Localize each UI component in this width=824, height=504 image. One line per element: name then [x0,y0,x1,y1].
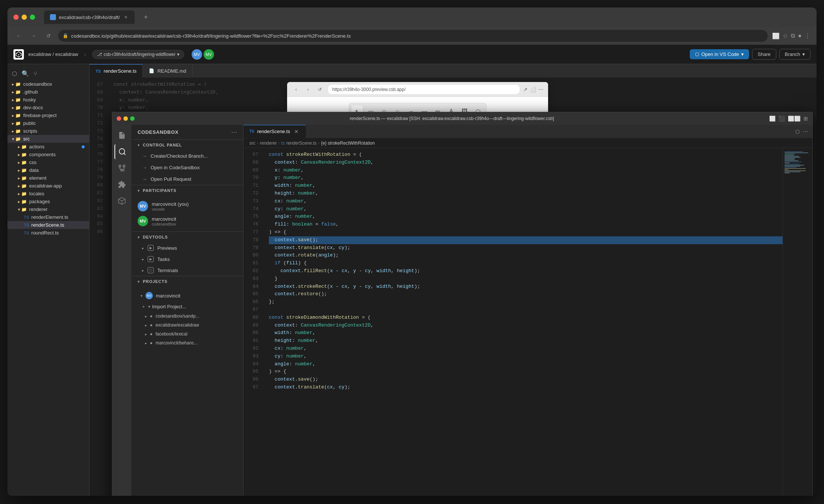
folder-css[interactable]: ▸ 📁 css [7,158,89,166]
open-pull-request-button[interactable]: → Open Pull Request [132,173,243,185]
profile-icon[interactable]: ● [798,32,802,39]
tab-readme-bg[interactable]: 📄 README.md [143,64,192,78]
cast-icon[interactable]: ⬜ [772,32,780,40]
section-arrow-icon: ▾ [138,280,140,284]
folder-data[interactable]: ▸ 📁 data [7,166,89,174]
participant-avatar-1: MV [138,201,148,211]
folder-src[interactable]: ▾ 📁 src [7,135,89,143]
back-button[interactable]: ← [13,31,24,41]
folder-github[interactable]: ▸ 📁 .github [7,88,89,96]
file-roundRect[interactable]: TS roundRect.ts [7,229,89,237]
tab-renderScene[interactable]: TS renderScene.ts ✕ [243,125,306,138]
split-editor-icon[interactable]: ⬡ [795,129,800,135]
file-renderScene[interactable]: TS renderScene.ts [7,221,89,229]
devtools-header[interactable]: ▾ DEVTOOLS [132,232,243,242]
open-codesandbox-button[interactable]: → Open in CodeSandbox [132,162,243,173]
repo-excalidraw[interactable]: ▸ ● excalidraw/excalidraw [132,321,243,330]
vscode-maximize[interactable] [130,116,135,121]
folder-public[interactable]: ▸ 📁 public [7,119,89,127]
participants-header[interactable]: ▾ PARTICIPANTS [132,185,243,196]
folder-renderer[interactable]: ▾ 📁 renderer [7,205,89,213]
sidebar-more-button[interactable]: ⋯ [231,129,237,136]
breadcrumb-renderer[interactable]: renderer [260,141,277,146]
extensions-icon[interactable]: ⧉ [791,32,795,39]
participant-info-1: marcovincit (you) vscode [152,201,189,211]
preview-url-bar[interactable]: https://r39h4o-3000.preview.csb.app/ [327,84,520,95]
tab-renderScene-bg[interactable]: TS renderScene.ts [89,64,143,78]
folder-actions[interactable]: ▸ 📁 actions [7,143,89,151]
codesandbox-logo[interactable] [13,49,24,60]
folder-element[interactable]: ▸ 📁 element [7,174,89,182]
control-panel-header[interactable]: ▾ CONTROL PANEL [132,140,243,150]
repo-facebook[interactable]: ▸ ● facebook/lexical [132,330,243,338]
file-renderElement[interactable]: TS renderElement.ts [7,213,89,221]
folder-scripts[interactable]: ▸ 📁 scripts [7,127,89,135]
browser-tab[interactable]: excalidraw/csb-r39h4o/draft/ ✕ [44,10,135,24]
split-icon[interactable]: ⬜ [769,116,776,122]
close-button[interactable] [13,15,19,20]
project-user-item[interactable]: ▾ MV marcovincit [132,290,243,302]
tab-close-button[interactable]: ✕ [123,14,129,20]
search-icon[interactable]: 🔍 [22,70,29,77]
activity-accounts[interactable] [114,495,129,496]
reload-button[interactable]: ↺ [43,31,54,41]
breadcrumb-file[interactable]: renderScene.ts [286,141,317,146]
menu-icon[interactable]: ⋮ [805,32,811,40]
layout-icon-3[interactable]: ⊞ [803,116,808,122]
open-preview-icon[interactable]: ⬜ [530,86,536,92]
breadcrumb-symbol[interactable]: {e} strokeRectWithRotation [321,141,375,146]
address-bar[interactable]: 🔒 codesandbox.io/p/github/excalidraw/exc… [58,30,768,42]
open-vscode-button[interactable]: ⬡ Open in VS Code ▾ [690,49,749,59]
csb-actions: ⬡ Open in VS Code ▾ Share Branch ▾ [690,49,811,60]
repo-marcovincit[interactable]: ▸ ● marcovincit/behanc... [132,338,243,347]
vscode-close[interactable] [117,116,121,121]
code-line-83: } [269,275,783,283]
folder-husky[interactable]: ▸ 📁 husky [7,96,89,104]
forward-button[interactable]: → [28,31,39,41]
branch-selector[interactable]: ⎇ csb-r39h4o/draft/lingering-wildflower … [92,50,184,59]
activity-extensions[interactable] [114,177,129,192]
vscode-minimize[interactable] [123,116,128,121]
layout-icon-1[interactable]: ⬛ [779,116,785,122]
new-tab-button[interactable]: + [141,12,151,22]
more-actions-icon[interactable]: ⋯ [803,129,808,135]
share-preview-icon[interactable]: ↗ [523,86,528,92]
previews-item[interactable]: ▸ ▶ Previews [132,242,243,253]
folder-firebase[interactable]: ▸ 📁 firebase-project [7,111,89,119]
folder-excalidraw-app[interactable]: ▸ 📁 excalidraw-app [7,182,89,190]
folder-dev-docs[interactable]: ▸ 📁 dev-docs [7,104,89,111]
create-branch-button[interactable]: → Create/Checkout Branch... [132,150,243,162]
breadcrumb-ts[interactable]: ts [281,141,284,146]
folder-components[interactable]: ▸ 📁 components [7,151,89,158]
code-line-86: }; [269,298,783,306]
code-editor[interactable]: 67 68 69 70 71 72 73 74 75 76 77 78 [243,148,812,496]
activity-search[interactable] [114,144,129,159]
branch-button[interactable]: Branch ▾ [779,49,811,60]
activity-git[interactable] [114,161,129,176]
folder-codesandbox[interactable]: ▸ 📁 codesandbox [7,80,89,88]
minimize-button[interactable] [22,15,27,20]
activity-codesandbox[interactable] [114,193,129,208]
folder-locales[interactable]: ▸ 📁 locales [7,190,89,198]
tasks-item[interactable]: ▸ ▶ Tasks [132,253,243,265]
repo-codesandbox[interactable]: ▸ ● codesandbox/sandp... [132,312,243,321]
import-project-button[interactable]: + + Import Project... [132,302,243,312]
layout-icon-2[interactable]: ⬜⬜ [788,116,801,122]
folder-packages[interactable]: ▸ 📁 packages [7,198,89,205]
share-button[interactable]: Share [752,49,776,60]
close-tab-icon[interactable]: ✕ [293,128,300,135]
git-icon[interactable]: ⑂ [34,70,37,77]
control-panel-label: CONTROL PANEL [143,143,182,147]
maximize-button[interactable] [30,15,35,20]
projects-header[interactable]: ▾ PROJECTS [132,276,243,287]
more-preview-icon[interactable]: ⋯ [538,86,544,92]
preview-forward-button[interactable]: › [304,85,312,94]
preview-back-button[interactable]: ‹ [292,85,301,94]
activity-files[interactable] [114,128,129,143]
code-text[interactable]: const strokeRectWithRotation = ( context… [263,148,783,496]
breadcrumb-src[interactable]: src [249,141,255,146]
preview-reload-button[interactable]: ↺ [315,85,324,94]
terminals-item[interactable]: ▸ ⬡ Terminals [132,265,243,276]
bookmark-icon[interactable]: ☆ [783,32,788,40]
files-icon[interactable]: ⬡ [12,70,17,77]
